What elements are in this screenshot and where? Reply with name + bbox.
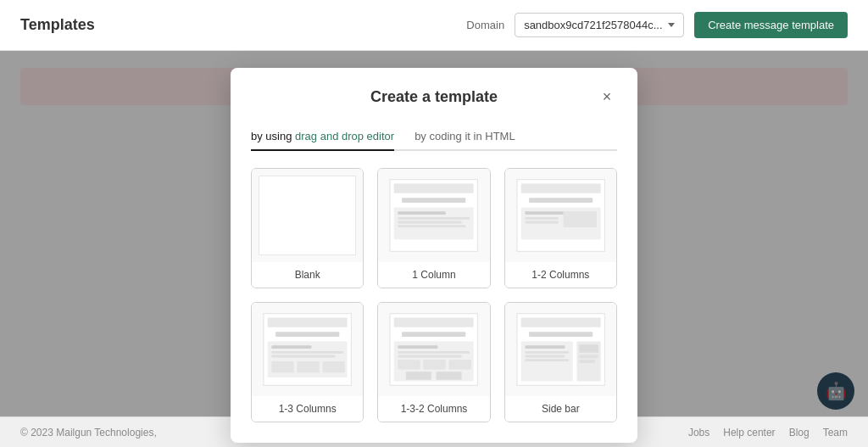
modal-title: Create a template [370,88,498,106]
template-label-sidebar: Side bar [505,396,616,422]
page-content: Create a template × by using drag and dr… [0,51,868,416]
footer-link-team[interactable]: Team [823,427,848,439]
1-3-columns-svg [259,310,356,389]
domain-select-text: sandbox9cd721f2578044c... [524,19,663,31]
svg-rect-6 [398,221,462,224]
blank-preview-box [259,176,356,255]
sidebar-svg [512,310,609,389]
svg-rect-45 [525,355,565,358]
template-preview-1-2-columns [505,169,616,262]
page-title: Templates [20,16,95,34]
top-bar: Templates Domain sandbox9cd721f2578044c.… [0,0,868,51]
footer-links: Jobs Help center Blog Team [688,427,848,439]
footer-link-jobs[interactable]: Jobs [688,427,709,439]
template-label-1-column: 1 Column [378,262,489,288]
tab-html[interactable]: by coding it in HTML [415,123,515,151]
template-preview-1-3-2-columns [378,303,489,396]
svg-rect-18 [275,332,339,337]
template-card-sidebar[interactable]: Side bar [504,302,617,422]
template-label-blank: Blank [252,262,363,288]
svg-rect-28 [402,332,465,337]
svg-rect-5 [398,217,470,220]
modal-tabs: by using drag and drop editor by coding … [251,123,617,151]
svg-rect-32 [398,355,462,358]
svg-rect-10 [529,198,593,203]
domain-label: Domain [466,19,504,31]
svg-rect-27 [394,317,474,327]
modal-close-button[interactable]: × [597,87,617,108]
domain-select[interactable]: sandbox9cd721f2578044c... [515,13,684,37]
tab-html-label: by coding it in HTML [415,130,515,142]
template-card-blank[interactable]: Blank [251,168,364,288]
svg-rect-22 [271,355,335,358]
svg-rect-7 [398,225,466,227]
svg-rect-39 [520,317,600,327]
page-background: Templates Domain sandbox9cd721f2578044c.… [0,0,868,447]
svg-rect-12 [525,211,565,215]
template-preview-1-column [378,169,489,262]
tab-prefix: by using [251,130,295,142]
svg-rect-40 [529,332,593,337]
footer-link-blog[interactable]: Blog [789,427,810,439]
footer-copyright: © 2023 Mailgun Technologies, [20,427,157,439]
svg-rect-49 [579,360,595,363]
svg-rect-13 [525,217,558,220]
svg-rect-36 [406,372,431,379]
template-label-1-3-columns: 1-3 Columns [252,396,363,422]
1-column-svg [385,176,482,255]
modal-overlay: Create a template × by using drag and dr… [0,51,868,416]
svg-rect-2 [402,198,465,203]
svg-rect-47 [579,344,598,352]
svg-rect-17 [268,317,348,327]
template-grid: Blank [251,168,617,422]
modal-header: Create a template × [251,88,617,106]
svg-rect-20 [271,345,311,349]
template-preview-blank [252,169,363,262]
svg-rect-15 [563,211,596,227]
template-card-1-column[interactable]: 1 Column [377,168,490,288]
template-label-1-2-columns: 1-2 Columns [505,262,616,288]
svg-rect-48 [579,355,598,359]
svg-rect-23 [271,361,293,372]
template-card-1-3-2-columns[interactable]: 1-3-2 Columns [377,302,490,422]
svg-rect-44 [525,351,569,354]
template-label-1-3-2-columns: 1-3-2 Columns [378,396,489,422]
tab-highlight: drag and drop editor [295,130,394,142]
1-3-2-columns-svg [385,310,482,389]
template-card-1-3-columns[interactable]: 1-3 Columns [251,302,364,422]
svg-rect-46 [525,359,569,361]
svg-rect-25 [323,361,345,372]
template-card-1-2-columns[interactable]: 1-2 Columns [504,168,617,288]
create-template-modal: Create a template × by using drag and dr… [231,68,637,443]
template-preview-sidebar [505,303,616,396]
svg-rect-31 [398,351,470,354]
svg-rect-21 [271,351,343,354]
svg-rect-24 [297,361,319,372]
svg-rect-9 [520,183,600,193]
template-preview-1-3-columns [252,303,363,396]
1-2-columns-svg [512,176,609,255]
svg-rect-1 [394,183,474,193]
top-bar-right: Domain sandbox9cd721f2578044c... Create … [466,12,848,38]
svg-rect-34 [424,360,446,369]
svg-rect-43 [525,345,565,349]
svg-rect-37 [437,372,462,379]
svg-rect-35 [449,360,471,369]
svg-rect-33 [398,360,420,369]
svg-rect-14 [525,221,558,224]
chevron-down-icon [668,23,675,27]
create-message-template-button[interactable]: Create message template [694,12,848,38]
tab-drag-drop[interactable]: by using drag and drop editor [251,123,394,151]
svg-rect-30 [398,345,438,349]
svg-rect-4 [398,211,446,215]
footer-link-help-center[interactable]: Help center [723,427,775,439]
